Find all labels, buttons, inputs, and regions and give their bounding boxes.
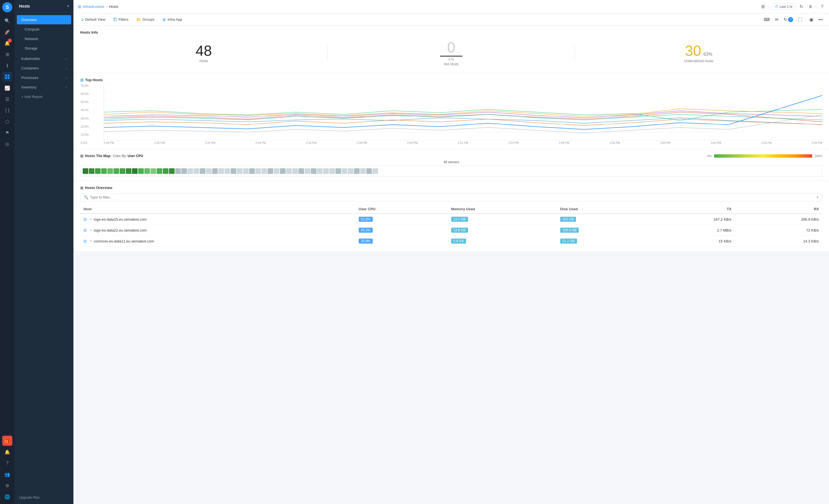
- more-icon-button[interactable]: •••: [817, 15, 825, 24]
- filter-bar[interactable]: 🔍 ▾: [80, 193, 822, 201]
- tile-item[interactable]: [169, 168, 175, 174]
- tile-item[interactable]: [341, 168, 347, 174]
- code-nav-icon[interactable]: { }: [2, 105, 12, 115]
- tile-item[interactable]: [249, 168, 255, 174]
- tile-item[interactable]: [101, 168, 107, 174]
- puzzle-nav-icon[interactable]: ⬡: [2, 116, 12, 126]
- rocket-nav-icon[interactable]: 🚀: [2, 27, 12, 37]
- host-name-1[interactable]: logs-es-data22.eu.sematext.com: [94, 228, 147, 232]
- tile-item[interactable]: [120, 168, 125, 174]
- bell-nav-icon[interactable]: 🔔: [2, 447, 12, 457]
- tile-item[interactable]: [366, 168, 372, 174]
- filter-input[interactable]: [90, 195, 815, 199]
- app-switcher-button[interactable]: ⊞: [760, 3, 766, 10]
- tile-item[interactable]: [329, 168, 335, 174]
- upgrade-plan-button[interactable]: Upgrade Plan: [14, 491, 73, 504]
- tile-item[interactable]: [200, 168, 206, 174]
- expand-icon-button[interactable]: ⛶: [796, 15, 804, 24]
- refresh-button[interactable]: ↻: [798, 3, 804, 10]
- tile-item[interactable]: [150, 168, 156, 174]
- host-link-icon-1[interactable]: ↗: [89, 229, 92, 232]
- pause-button[interactable]: ⏸: [807, 3, 814, 10]
- tile-item[interactable]: [144, 168, 150, 174]
- tile-item[interactable]: [89, 168, 95, 174]
- tile-item[interactable]: [206, 168, 212, 174]
- tile-item[interactable]: [126, 168, 132, 174]
- tile-item[interactable]: [175, 168, 181, 174]
- tile-item[interactable]: [187, 168, 193, 174]
- host-name-0[interactable]: logs-es-data15.eu.sematext.com: [94, 217, 147, 222]
- time-range-button[interactable]: ⏱ Last 1 hr: [772, 3, 796, 10]
- tile-item[interactable]: [274, 168, 279, 174]
- dashboard-nav-icon[interactable]: [2, 72, 12, 82]
- tile-item[interactable]: [218, 168, 224, 174]
- tile-item[interactable]: [157, 168, 162, 174]
- tile-item[interactable]: [317, 168, 323, 174]
- add-report-button[interactable]: + Add Report: [17, 92, 71, 101]
- tile-item[interactable]: [212, 168, 218, 174]
- layout-icon-button[interactable]: ▣: [808, 15, 815, 24]
- flag-nav-icon[interactable]: ⚑: [2, 128, 12, 138]
- tile-item[interactable]: [255, 168, 261, 174]
- keyboard-icon-button[interactable]: ⌨: [762, 15, 771, 24]
- tile-item[interactable]: [292, 168, 298, 174]
- tile-item[interactable]: [181, 168, 187, 174]
- grid-nav-icon[interactable]: ⊞: [2, 49, 12, 60]
- tile-item[interactable]: [298, 168, 304, 174]
- sidebar-header[interactable]: Hosts ▾: [14, 0, 73, 12]
- tile-item[interactable]: [261, 168, 267, 174]
- tile-item[interactable]: [286, 168, 292, 174]
- host-link-icon-2[interactable]: ↗: [89, 239, 92, 243]
- sync-icon-button[interactable]: ↻ 2: [782, 15, 795, 24]
- sidebar-item-kubernetes[interactable]: Kubernetes ›: [17, 54, 71, 63]
- help-button[interactable]: ?: [820, 3, 825, 10]
- sidebar-item-overview[interactable]: Overview: [17, 15, 71, 24]
- filters-button[interactable]: ⧠ Filters: [110, 16, 132, 24]
- tile-item[interactable]: [243, 168, 249, 174]
- tile-item[interactable]: [268, 168, 273, 174]
- tile-item[interactable]: [138, 168, 144, 174]
- tile-item[interactable]: [132, 168, 138, 174]
- settings-nav-icon[interactable]: ⚙: [2, 480, 12, 491]
- host-link-icon-0[interactable]: ↗: [89, 218, 92, 221]
- tile-item[interactable]: [372, 168, 378, 174]
- tile-item[interactable]: [163, 168, 169, 174]
- mail-icon-button[interactable]: ✉: [773, 15, 780, 24]
- chart-nav-icon[interactable]: 📈: [2, 83, 12, 93]
- tile-item[interactable]: [83, 168, 88, 174]
- tile-item[interactable]: [311, 168, 316, 174]
- tile-item[interactable]: [335, 168, 341, 174]
- tile-item[interactable]: [354, 168, 360, 174]
- alert-nav-icon[interactable]: 🔔 !: [2, 38, 12, 48]
- host-name-2[interactable]: common-es-data11.eu.sematext.com: [94, 239, 154, 243]
- tile-item[interactable]: [323, 168, 329, 174]
- app-logo[interactable]: S: [2, 2, 12, 12]
- tile-item[interactable]: [194, 168, 199, 174]
- tile-item[interactable]: [95, 168, 101, 174]
- circle-nav-icon[interactable]: ◎: [2, 139, 12, 149]
- breadcrumb-infrastructure-link[interactable]: Infrastructure: [83, 4, 105, 9]
- sidebar-item-storage[interactable]: Storage: [17, 44, 71, 53]
- sidebar-item-processes[interactable]: Processes ›: [17, 73, 71, 82]
- globe-nav-icon[interactable]: 🌐: [2, 492, 12, 502]
- list-nav-icon[interactable]: ☰: [2, 94, 12, 104]
- search-nav-icon[interactable]: 🔍: [2, 16, 12, 26]
- users-nav-icon[interactable]: 👥: [2, 469, 12, 479]
- info-nav-icon[interactable]: ℹ: [2, 61, 12, 71]
- sidebar-item-inventory[interactable]: Inventory ›: [17, 83, 71, 92]
- groups-button[interactable]: 📁 Groups: [133, 16, 158, 24]
- gift-nav-icon[interactable]: 🎁: [2, 436, 12, 446]
- tile-item[interactable]: [113, 168, 119, 174]
- tile-item[interactable]: [280, 168, 286, 174]
- sidebar-item-containers[interactable]: Containers ›: [17, 64, 71, 73]
- question-nav-icon[interactable]: ?: [2, 458, 12, 468]
- infra-app-button[interactable]: 🖥 Infra App: [159, 16, 185, 24]
- tile-item[interactable]: [224, 168, 230, 174]
- tile-item[interactable]: [237, 168, 243, 174]
- sidebar-item-compute[interactable]: Compute: [17, 25, 71, 34]
- tile-item[interactable]: [107, 168, 113, 174]
- tile-item[interactable]: [231, 168, 236, 174]
- tile-item[interactable]: [360, 168, 366, 174]
- default-view-button[interactable]: ≡ Default View: [78, 16, 109, 24]
- sidebar-item-network[interactable]: Network: [17, 34, 71, 43]
